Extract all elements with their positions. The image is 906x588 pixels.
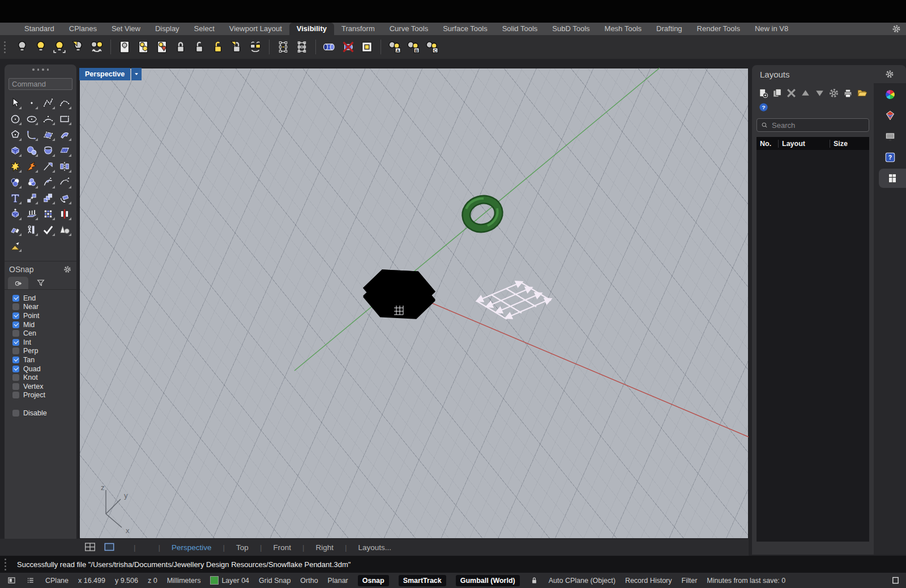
status-auto-cplane-object[interactable]: Auto CPlane (Object) <box>549 577 616 585</box>
osnap-option-project[interactable]: Project <box>12 391 76 400</box>
open-folder-icon-open-folder-icon[interactable] <box>856 87 869 100</box>
osnap-option-quad[interactable]: Quad <box>12 364 76 374</box>
status-gumball-world[interactable]: Gumball (World) <box>456 575 520 586</box>
print-icon-print-icon[interactable] <box>841 87 854 100</box>
menu-tab-subd-tools[interactable]: SubD Tools <box>545 23 597 35</box>
menu-tab-display[interactable]: Display <box>148 23 187 35</box>
viewport-tab-top[interactable]: Top <box>212 543 249 552</box>
tool-extrude-tool-icon[interactable] <box>7 207 23 221</box>
panel-tab-materials-icon[interactable] <box>879 106 901 125</box>
menu-tab-mesh-tools[interactable]: Mesh Tools <box>597 23 649 35</box>
tool-text-tool-icon[interactable] <box>7 191 23 205</box>
copy-layout-icon-copy-layout-icon[interactable] <box>771 87 784 100</box>
points-on-icon-points-on-icon[interactable] <box>275 38 292 55</box>
move-down-icon-move-down-icon[interactable] <box>813 87 826 100</box>
tool-rotate-tool-icon[interactable] <box>57 191 72 205</box>
osnap-option-end[interactable]: End <box>12 294 76 303</box>
show-flagged-icon-show-flagged-icon[interactable] <box>70 38 87 55</box>
menu-tab-drafting[interactable]: Drafting <box>649 23 690 35</box>
lock-icon-lock-icon[interactable] <box>172 38 189 55</box>
menu-tab-surface-tools[interactable]: Surface Tools <box>435 23 495 35</box>
delete-layout-icon-delete-layout-icon[interactable] <box>785 87 798 100</box>
osnap-option-tan[interactable]: Tan <box>12 355 76 364</box>
tool-ellipse-tool-icon[interactable] <box>24 111 39 126</box>
osnap-tab-osnap-modes-icon[interactable] <box>8 277 28 289</box>
isolate-a-icon-isolate-a-icon[interactable]: A <box>386 38 403 55</box>
isolate-b-icon-isolate-b-icon[interactable]: B <box>405 38 422 55</box>
viewport-tab-front[interactable]: Front <box>249 543 291 552</box>
tool-arc-tool-icon[interactable] <box>41 111 56 126</box>
osnap-option-int[interactable]: Int <box>12 338 76 347</box>
menu-tab-set-view[interactable]: Set View <box>104 23 148 35</box>
tool-boolean-solids-tool-icon[interactable] <box>7 222 23 237</box>
tool-split-tool-icon[interactable] <box>57 159 72 174</box>
menu-tab-viewport-layout[interactable]: Viewport Layout <box>222 23 289 35</box>
status-osnap[interactable]: Osnap <box>358 575 389 586</box>
viewport-tab-perspective[interactable]: Perspective <box>147 543 212 552</box>
tool-surface-grid-tool-icon[interactable] <box>57 143 72 158</box>
tool-pipe-section-tool-icon[interactable] <box>57 207 72 221</box>
column-size[interactable]: Size <box>830 140 869 148</box>
tool-surface-points-tool-icon[interactable] <box>41 127 56 142</box>
tool-boolean-light-tool-icon[interactable] <box>24 175 39 190</box>
tool-circle-tool-icon[interactable] <box>7 111 23 126</box>
menu-tab-curve-tools[interactable]: Curve Tools <box>382 23 435 35</box>
lock-flagged-icon-lock-flagged-icon[interactable] <box>228 38 245 55</box>
tool-torus-tool-icon[interactable] <box>41 143 56 158</box>
tool-polygon-tool-icon[interactable] <box>7 127 23 142</box>
viewport-grid-icon[interactable] <box>84 541 96 553</box>
tool-handle-curve-tool-icon[interactable] <box>41 175 56 190</box>
viewport-tab-right[interactable]: Right <box>291 543 334 552</box>
menu-tab-standard[interactable]: Standard <box>17 23 62 35</box>
show-selected-icon-show-selected-icon[interactable] <box>51 38 68 55</box>
column-no[interactable]: No. <box>757 140 778 148</box>
panel-tab-display-icon[interactable] <box>879 127 901 146</box>
viewport-title-label[interactable]: Perspective <box>79 68 130 80</box>
tool-point-tool-icon[interactable] <box>24 96 39 110</box>
status-panel-toggle-icon[interactable] <box>7 576 16 585</box>
viewport-maximize-icon[interactable] <box>103 541 116 553</box>
isolate-c-icon-isolate-c-icon[interactable]: C <box>424 38 441 55</box>
tool-blast-tool-icon[interactable] <box>24 159 39 174</box>
tool-sphere-tool-icon[interactable] <box>24 143 39 158</box>
tool-grid-array-tool-icon[interactable] <box>41 207 56 221</box>
clipping-plane-icon-clipping-plane-icon[interactable] <box>321 38 338 55</box>
clipping-box-icon-clipping-box-icon[interactable] <box>358 38 375 55</box>
move-up-icon-move-up-icon[interactable] <box>799 87 812 100</box>
menu-tab-select[interactable]: Select <box>187 23 222 35</box>
history-drag-handle[interactable] <box>5 559 6 570</box>
osnap-option-vertex[interactable]: Vertex <box>12 382 76 391</box>
tool-trim-tool-icon[interactable] <box>41 159 56 174</box>
status-cplane[interactable]: CPlane <box>45 577 69 585</box>
tool-fence-tool-icon[interactable] <box>24 207 39 221</box>
status-layer-04[interactable]: Layer 04 <box>210 576 249 585</box>
new-layout-icon-new-layout-icon[interactable] <box>757 87 770 100</box>
status-record-history[interactable]: Record History <box>625 577 672 585</box>
viewport-title-dropdown[interactable] <box>131 68 142 80</box>
status-window-icon[interactable] <box>891 576 900 585</box>
osnap-option-near[interactable]: Near <box>12 303 76 312</box>
tool-cone-tool-icon[interactable] <box>57 222 72 237</box>
layouts-help-icon[interactable]: ? <box>757 101 770 114</box>
layouts-panel-gear-icon[interactable] <box>884 69 895 79</box>
status-millimeters[interactable]: Millimeters <box>167 577 201 585</box>
tool-handle-curve2-tool-icon[interactable] <box>57 175 72 190</box>
tool-box-tool-icon[interactable] <box>7 143 23 158</box>
tool-copy-tool-icon[interactable] <box>41 191 56 205</box>
osnap-option-disable[interactable]: Disable <box>12 409 76 418</box>
tool-pointer-tool-icon[interactable] <box>7 96 23 110</box>
osnap-option-point[interactable]: Point <box>12 311 76 320</box>
status-filter[interactable]: Filter <box>682 577 698 585</box>
panel-tab-layouts-panel-icon[interactable] <box>879 169 906 188</box>
detail-show-icon-detail-show-icon[interactable] <box>135 38 152 55</box>
status-planar[interactable]: Planar <box>328 577 348 585</box>
clipping-delete-icon-clipping-delete-icon[interactable] <box>340 38 357 55</box>
tool-rectangle-tool-icon[interactable] <box>57 111 72 126</box>
status-command-list-icon[interactable] <box>26 576 36 585</box>
menu-tab-visibility[interactable]: Visibility <box>289 23 334 35</box>
pendant-ring[interactable] <box>461 195 502 232</box>
status-padlock-icon[interactable] <box>529 576 539 585</box>
swap-hidden-icon-swap-hidden-icon[interactable] <box>88 38 105 55</box>
toolbar-drag-handle[interactable] <box>4 41 6 53</box>
unlock-selected-icon-unlock-selected-icon[interactable] <box>210 38 226 55</box>
